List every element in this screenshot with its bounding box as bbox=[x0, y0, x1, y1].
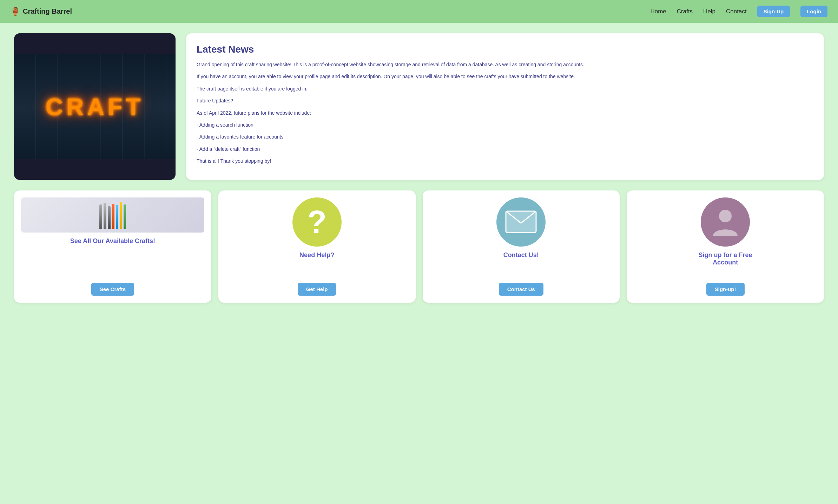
contact-icon-circle bbox=[496, 197, 546, 247]
signup-button[interactable]: Sign-Up bbox=[757, 6, 790, 17]
news-future-header: Future Updates? bbox=[197, 97, 813, 105]
news-p3: The craft page itself is editable if you… bbox=[197, 85, 813, 93]
see-crafts-button[interactable]: See Crafts bbox=[91, 283, 134, 296]
news-title: Latest News bbox=[197, 44, 813, 55]
nav-crafts[interactable]: Crafts bbox=[677, 8, 693, 15]
envelope-icon bbox=[505, 210, 537, 233]
news-p2: If you have an account, you are able to … bbox=[197, 73, 813, 80]
navbar: 🏺 Crafting Barrel Home Crafts Help Conta… bbox=[0, 0, 838, 23]
brand-name: Crafting Barrel bbox=[23, 7, 72, 15]
pencil-1-icon bbox=[112, 204, 114, 229]
crafts-card: See All Our Available Crafts! See Crafts bbox=[14, 190, 211, 303]
news-body: Grand opening of this craft sharing webs… bbox=[197, 61, 813, 165]
main-content: CRAFT Latest News Grand opening of this … bbox=[0, 23, 838, 313]
brush-1-icon bbox=[99, 204, 102, 229]
pencil-3-icon bbox=[120, 202, 122, 229]
svg-point-3 bbox=[719, 210, 732, 222]
pencil-4-icon bbox=[124, 204, 126, 229]
news-future-item1: - Adding a search function bbox=[197, 121, 813, 129]
nav-home[interactable]: Home bbox=[650, 8, 666, 15]
news-future-item3: - Add a "delete craft" function bbox=[197, 145, 813, 153]
contact-card-title: Contact Us! bbox=[503, 251, 539, 259]
hero-image: CRAFT bbox=[14, 33, 176, 180]
news-closing: That is all! Thank you stopping by! bbox=[197, 157, 813, 165]
signup-card-title: Sign up for a Free Account bbox=[699, 251, 752, 266]
nav-help[interactable]: Help bbox=[703, 8, 715, 15]
help-card: ? Need Help? Get Help bbox=[218, 190, 416, 303]
window-lines bbox=[14, 54, 176, 159]
signup-card: Sign up for a Free Account Sign-up! bbox=[627, 190, 824, 303]
crafts-image bbox=[21, 197, 204, 233]
login-button[interactable]: Login bbox=[800, 6, 827, 17]
signup-card-button[interactable]: Sign-up! bbox=[706, 283, 745, 296]
get-help-button[interactable]: Get Help bbox=[298, 283, 336, 296]
brand-icon: 🏺 bbox=[11, 7, 20, 16]
person-icon bbox=[711, 206, 739, 238]
craft-neon-sign: CRAFT bbox=[14, 54, 176, 159]
help-card-title: Need Help? bbox=[299, 251, 334, 259]
news-card: Latest News Grand opening of this craft … bbox=[186, 33, 824, 180]
account-icon-circle bbox=[701, 197, 750, 247]
bottom-cards: See All Our Available Crafts! See Crafts… bbox=[14, 190, 824, 303]
news-future-item2: - Adding a favorites feature for account… bbox=[197, 133, 813, 141]
news-p1: Grand opening of this craft sharing webs… bbox=[197, 61, 813, 68]
top-section: CRAFT Latest News Grand opening of this … bbox=[14, 33, 824, 180]
pencil-2-icon bbox=[116, 205, 118, 229]
contact-card: Contact Us! Contact Us bbox=[423, 190, 620, 303]
nav-links: Home Crafts Help Contact Sign-Up Login bbox=[650, 6, 827, 17]
nav-contact[interactable]: Contact bbox=[726, 8, 747, 15]
brand: 🏺 Crafting Barrel bbox=[11, 7, 650, 16]
brush-2-icon bbox=[104, 203, 106, 229]
help-icon-circle: ? bbox=[292, 197, 342, 247]
brush-3-icon bbox=[108, 206, 111, 229]
news-future-intro: As of April 2022, future plans for the w… bbox=[197, 109, 813, 117]
contact-us-button[interactable]: Contact Us bbox=[499, 283, 543, 296]
question-mark-icon: ? bbox=[307, 206, 326, 238]
craft-supplies-icon bbox=[99, 201, 126, 229]
crafts-card-title: See All Our Available Crafts! bbox=[70, 237, 155, 245]
